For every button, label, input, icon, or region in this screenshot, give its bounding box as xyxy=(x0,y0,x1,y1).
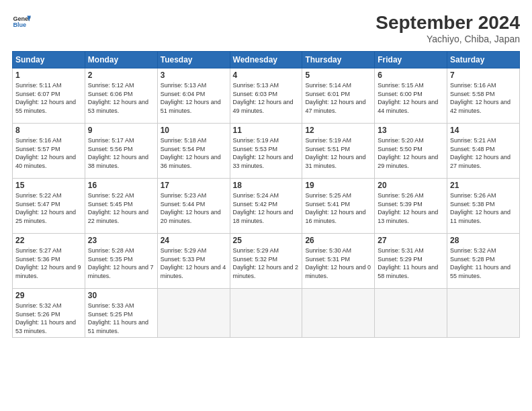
day-number: 3 xyxy=(161,71,227,80)
day-info: Sunrise: 5:20 AM Sunset: 5:50 PM Dayligh… xyxy=(378,136,444,170)
day-info: Sunrise: 5:13 AM Sunset: 6:04 PM Dayligh… xyxy=(161,81,227,115)
day-number: 7 xyxy=(450,71,517,80)
day-info: Sunrise: 5:19 AM Sunset: 5:51 PM Dayligh… xyxy=(305,136,371,170)
day-number: 1 xyxy=(15,71,82,80)
day-number: 6 xyxy=(378,71,444,80)
day-number: 24 xyxy=(161,236,227,245)
calendar: Sunday Monday Tuesday Wednesday Thursday… xyxy=(12,51,520,338)
day-number: 27 xyxy=(378,236,444,245)
location-title: Yachiyo, Chiba, Japan xyxy=(375,34,520,44)
day-info: Sunrise: 5:23 AM Sunset: 5:44 PM Dayligh… xyxy=(161,191,227,225)
day-info: Sunrise: 5:27 AM Sunset: 5:36 PM Dayligh… xyxy=(15,246,82,280)
day-info: Sunrise: 5:32 AM Sunset: 5:26 PM Dayligh… xyxy=(15,302,82,335)
calendar-cell: 14 Sunrise: 5:21 AM Sunset: 5:48 PM Dayl… xyxy=(447,124,520,179)
day-info: Sunrise: 5:16 AM Sunset: 5:57 PM Dayligh… xyxy=(15,136,82,170)
day-info: Sunrise: 5:18 AM Sunset: 5:54 PM Dayligh… xyxy=(161,136,227,170)
day-number: 5 xyxy=(305,71,371,80)
calendar-cell xyxy=(230,289,302,338)
calendar-cell: 30 Sunrise: 5:33 AM Sunset: 5:25 PM Dayl… xyxy=(85,289,157,338)
day-info: Sunrise: 5:33 AM Sunset: 5:25 PM Dayligh… xyxy=(88,302,154,335)
day-info: Sunrise: 5:19 AM Sunset: 5:53 PM Dayligh… xyxy=(233,136,300,170)
day-info: Sunrise: 5:16 AM Sunset: 5:58 PM Dayligh… xyxy=(450,81,517,115)
calendar-cell: 6 Sunrise: 5:15 AM Sunset: 6:00 PM Dayli… xyxy=(375,68,447,124)
calendar-cell: 9 Sunrise: 5:17 AM Sunset: 5:56 PM Dayli… xyxy=(85,124,157,179)
day-info: Sunrise: 5:30 AM Sunset: 5:31 PM Dayligh… xyxy=(305,246,371,280)
day-number: 10 xyxy=(161,126,227,135)
header-saturday: Saturday xyxy=(447,52,520,68)
day-number: 23 xyxy=(88,236,154,245)
day-info: Sunrise: 5:15 AM Sunset: 6:00 PM Dayligh… xyxy=(378,81,444,115)
day-number: 30 xyxy=(88,291,154,300)
day-number: 4 xyxy=(233,71,300,80)
calendar-cell xyxy=(157,289,230,338)
header-sunday: Sunday xyxy=(13,52,85,68)
day-info: Sunrise: 5:29 AM Sunset: 5:32 PM Dayligh… xyxy=(233,246,300,280)
day-info: Sunrise: 5:31 AM Sunset: 5:29 PM Dayligh… xyxy=(378,246,444,280)
day-number: 15 xyxy=(15,181,82,190)
calendar-cell: 25 Sunrise: 5:29 AM Sunset: 5:32 PM Dayl… xyxy=(230,234,302,289)
page: General Blue September 2024 Yachiyo, Chi… xyxy=(0,0,532,411)
day-number: 21 xyxy=(450,181,517,190)
day-number: 26 xyxy=(305,236,371,245)
calendar-cell: 2 Sunrise: 5:12 AM Sunset: 6:06 PM Dayli… xyxy=(85,68,157,124)
day-info: Sunrise: 5:17 AM Sunset: 5:56 PM Dayligh… xyxy=(88,136,154,170)
logo: General Blue xyxy=(12,12,31,31)
day-info: Sunrise: 5:13 AM Sunset: 6:03 PM Dayligh… xyxy=(233,81,300,115)
day-info: Sunrise: 5:11 AM Sunset: 6:07 PM Dayligh… xyxy=(15,81,82,115)
calendar-cell: 10 Sunrise: 5:18 AM Sunset: 5:54 PM Dayl… xyxy=(157,124,230,179)
day-number: 29 xyxy=(15,291,82,300)
day-number: 13 xyxy=(378,126,444,135)
day-info: Sunrise: 5:25 AM Sunset: 5:41 PM Dayligh… xyxy=(305,191,371,225)
day-number: 20 xyxy=(378,181,444,190)
calendar-cell: 15 Sunrise: 5:22 AM Sunset: 5:47 PM Dayl… xyxy=(13,179,85,234)
day-number: 8 xyxy=(15,126,82,135)
day-number: 16 xyxy=(88,181,154,190)
calendar-cell: 8 Sunrise: 5:16 AM Sunset: 5:57 PM Dayli… xyxy=(13,124,85,179)
day-number: 12 xyxy=(305,126,371,135)
calendar-cell xyxy=(302,289,375,338)
calendar-cell: 17 Sunrise: 5:23 AM Sunset: 5:44 PM Dayl… xyxy=(157,179,230,234)
day-info: Sunrise: 5:29 AM Sunset: 5:33 PM Dayligh… xyxy=(161,246,227,280)
calendar-cell: 5 Sunrise: 5:14 AM Sunset: 6:01 PM Dayli… xyxy=(302,68,375,124)
calendar-cell: 12 Sunrise: 5:19 AM Sunset: 5:51 PM Dayl… xyxy=(302,124,375,179)
calendar-row: 29 Sunrise: 5:32 AM Sunset: 5:26 PM Dayl… xyxy=(13,289,520,338)
day-number: 18 xyxy=(233,181,300,190)
header: General Blue September 2024 Yachiyo, Chi… xyxy=(12,12,520,44)
day-number: 2 xyxy=(88,71,154,80)
day-number: 17 xyxy=(161,181,227,190)
calendar-row: 15 Sunrise: 5:22 AM Sunset: 5:47 PM Dayl… xyxy=(13,179,520,234)
calendar-body: 1 Sunrise: 5:11 AM Sunset: 6:07 PM Dayli… xyxy=(13,68,520,338)
day-info: Sunrise: 5:26 AM Sunset: 5:38 PM Dayligh… xyxy=(450,191,517,225)
day-info: Sunrise: 5:21 AM Sunset: 5:48 PM Dayligh… xyxy=(450,136,517,170)
day-info: Sunrise: 5:24 AM Sunset: 5:42 PM Dayligh… xyxy=(233,191,300,225)
calendar-cell: 23 Sunrise: 5:28 AM Sunset: 5:35 PM Dayl… xyxy=(85,234,157,289)
calendar-cell: 24 Sunrise: 5:29 AM Sunset: 5:33 PM Dayl… xyxy=(157,234,230,289)
svg-text:Blue: Blue xyxy=(13,21,26,28)
weekday-header-row: Sunday Monday Tuesday Wednesday Thursday… xyxy=(13,52,520,68)
day-info: Sunrise: 5:22 AM Sunset: 5:45 PM Dayligh… xyxy=(88,191,154,225)
day-number: 25 xyxy=(233,236,300,245)
calendar-row: 22 Sunrise: 5:27 AM Sunset: 5:36 PM Dayl… xyxy=(13,234,520,289)
calendar-cell: 18 Sunrise: 5:24 AM Sunset: 5:42 PM Dayl… xyxy=(230,179,302,234)
logo-icon: General Blue xyxy=(12,12,31,31)
day-number: 19 xyxy=(305,181,371,190)
calendar-row: 8 Sunrise: 5:16 AM Sunset: 5:57 PM Dayli… xyxy=(13,124,520,179)
calendar-cell xyxy=(447,289,520,338)
calendar-cell: 19 Sunrise: 5:25 AM Sunset: 5:41 PM Dayl… xyxy=(302,179,375,234)
calendar-row: 1 Sunrise: 5:11 AM Sunset: 6:07 PM Dayli… xyxy=(13,68,520,124)
day-number: 22 xyxy=(15,236,82,245)
calendar-cell: 27 Sunrise: 5:31 AM Sunset: 5:29 PM Dayl… xyxy=(375,234,447,289)
day-number: 9 xyxy=(88,126,154,135)
day-number: 28 xyxy=(450,236,517,245)
day-info: Sunrise: 5:12 AM Sunset: 6:06 PM Dayligh… xyxy=(88,81,154,115)
calendar-cell: 3 Sunrise: 5:13 AM Sunset: 6:04 PM Dayli… xyxy=(157,68,230,124)
day-info: Sunrise: 5:26 AM Sunset: 5:39 PM Dayligh… xyxy=(378,191,444,225)
day-info: Sunrise: 5:22 AM Sunset: 5:47 PM Dayligh… xyxy=(15,191,82,225)
calendar-cell: 21 Sunrise: 5:26 AM Sunset: 5:38 PM Dayl… xyxy=(447,179,520,234)
calendar-cell: 28 Sunrise: 5:32 AM Sunset: 5:28 PM Dayl… xyxy=(447,234,520,289)
header-monday: Monday xyxy=(85,52,157,68)
day-number: 14 xyxy=(450,126,517,135)
day-info: Sunrise: 5:28 AM Sunset: 5:35 PM Dayligh… xyxy=(88,246,154,280)
calendar-cell xyxy=(375,289,447,338)
header-wednesday: Wednesday xyxy=(230,52,302,68)
